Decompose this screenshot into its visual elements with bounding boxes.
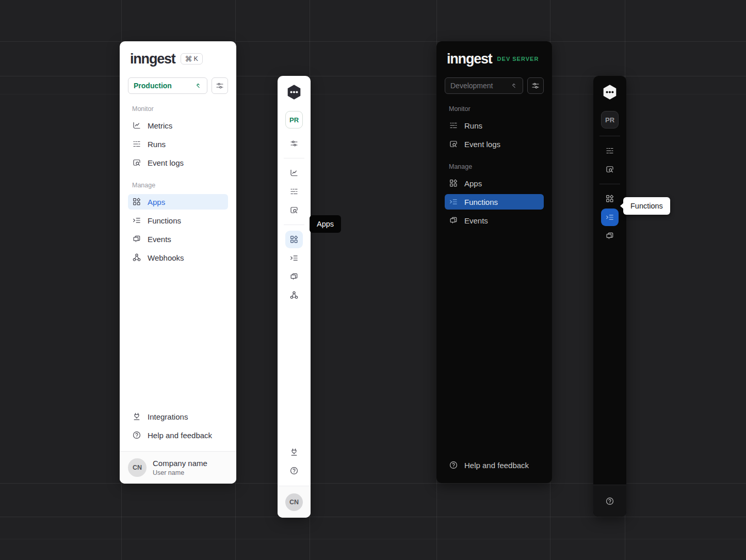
sidebar-item-events[interactable]: Events [445,213,544,228]
sidebar-item-webhooks[interactable]: Webhooks [128,250,228,265]
runs-icon [605,146,614,155]
environment-badge[interactable]: PR [601,111,619,129]
rail-item-events[interactable] [285,268,303,285]
tooltip-label: Apps [317,220,334,228]
sidebar-item-event-logs[interactable]: Event logs [128,155,228,170]
sidebar-item-help[interactable]: Help and feedback [445,457,544,473]
events-icon [449,216,458,225]
sidebar-item-metrics[interactable]: Metrics [128,118,228,133]
section-label-manage: Manage [449,163,540,170]
rail-item-event-logs[interactable] [601,161,619,178]
integrations-icon [289,447,299,457]
grid-line [0,76,746,76]
metrics-icon [289,168,299,178]
sliders-icon [531,81,540,90]
functions-icon [449,197,458,206]
section-label-monitor: Monitor [132,105,224,113]
sidebar-item-runs[interactable]: Runs [128,136,228,152]
sidebar-item-label: Runs [148,140,166,149]
sidebar-nav: Monitor Runs Event logs Manage Apps Func… [445,94,544,231]
sidebar-item-label: Events [148,235,171,244]
brand-row: inngest ⌘ K [128,52,228,66]
environment-filter-button[interactable] [285,135,303,152]
sidebar-nav: Monitor Metrics Runs Event logs Manage A… [128,94,228,268]
functions-icon [605,213,614,222]
help-icon [132,430,141,440]
metrics-icon [132,121,141,130]
grid-line [0,41,746,42]
sidebar-item-functions[interactable]: Functions [128,213,228,228]
sidebar-item-label: Events [464,216,488,225]
account-text: Company name User name [153,459,207,476]
apps-icon [289,235,299,244]
sidebar-item-runs[interactable]: Runs [445,118,544,133]
section-label-manage: Manage [132,182,224,189]
avatar[interactable]: CN [285,493,303,511]
environment-filter-button[interactable] [212,77,228,94]
rail-item-event-logs[interactable] [285,201,303,219]
environment-row: Production [128,77,228,94]
rail-item-events[interactable] [601,227,619,245]
divider [284,225,304,225]
rail-item-runs[interactable] [285,183,303,200]
sidebar-item-label: Integrations [148,412,188,421]
sidebar-item-label: Help and feedback [148,431,212,440]
rail-item-runs[interactable] [601,142,619,159]
brand-row: inngest DEV SERVER [445,52,544,66]
inngest-hexagon-logo [602,84,618,101]
sliders-icon [215,81,224,90]
rail-item-integrations[interactable] [285,443,303,461]
sidebar-item-label: Functions [148,216,181,225]
event-logs-icon [605,165,614,174]
environment-badge[interactable]: PR [285,111,303,129]
functions-icon [132,216,141,225]
rail-item-functions[interactable] [601,209,619,226]
help-icon [289,466,299,475]
rail-item-apps[interactable] [285,231,303,248]
divider [599,184,620,184]
rail-item-metrics[interactable] [285,164,303,182]
runs-icon [449,121,458,130]
sidebar-item-label: Functions [464,198,498,206]
sidebar-item-label: Webhooks [148,253,184,262]
account-menu[interactable]: CN Company name User name [120,451,236,484]
events-icon [132,234,141,244]
user-name: User name [153,469,207,476]
sidebar-item-label: Metrics [148,121,172,130]
sidebar-item-label: Help and feedback [464,461,529,470]
tooltip-functions: Functions [623,197,670,215]
sidebar-item-event-logs[interactable]: Event logs [445,136,544,152]
rail-item-webhooks[interactable] [285,286,303,304]
sidebar-item-help[interactable]: Help and feedback [128,427,228,443]
environment-filter-button[interactable] [527,77,544,94]
sliders-icon [289,139,299,148]
rail-item-help[interactable] [285,462,303,479]
divider [284,158,304,158]
select-chevrons-icon [194,82,202,89]
sidebar-item-apps[interactable]: Apps [445,175,544,191]
environment-select[interactable]: Production [128,77,207,94]
rail-item-apps[interactable] [601,190,619,207]
event-logs-icon [289,205,299,215]
command-k-shortcut[interactable]: ⌘ K [181,53,203,65]
rail-item-functions[interactable] [285,249,303,267]
sidebar-item-events[interactable]: Events [128,231,228,247]
inngest-hexagon-logo [286,84,302,101]
sidebar-item-label: Event logs [464,140,500,149]
divider [599,136,620,136]
dev-rail-collapsed: PR [593,76,626,517]
sidebar-item-functions[interactable]: Functions [445,194,544,210]
runs-icon [132,139,141,149]
help-icon [449,460,458,470]
sidebar-item-integrations[interactable]: Integrations [128,409,228,424]
spacer [445,231,544,457]
grid-line [0,483,746,484]
environment-select[interactable]: Development [445,77,523,94]
webhooks-icon [289,291,299,300]
environment-row: Development [445,77,544,94]
sidebar-item-label: Apps [148,198,165,206]
select-chevrons-icon [510,82,517,89]
runs-icon [289,187,299,196]
sidebar-item-apps[interactable]: Apps [128,194,228,210]
rail-item-help[interactable] [601,492,619,510]
